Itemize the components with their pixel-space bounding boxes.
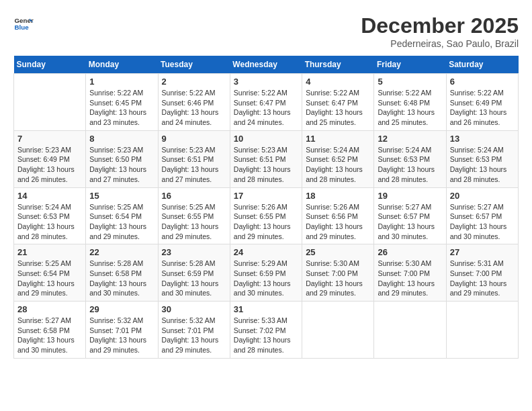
day-info: Sunrise: 5:23 AM Sunset: 6:49 PM Dayligh… [17, 145, 82, 185]
calendar-cell: 17Sunrise: 5:26 AM Sunset: 6:55 PM Dayli… [230, 187, 302, 244]
day-number: 25 [306, 247, 370, 257]
calendar-cell: 20Sunrise: 5:27 AM Sunset: 6:57 PM Dayli… [446, 187, 518, 244]
calendar-cell: 21Sunrise: 5:25 AM Sunset: 6:54 PM Dayli… [14, 244, 86, 302]
calendar-cell: 4Sunrise: 5:22 AM Sunset: 6:47 PM Daylig… [302, 74, 374, 131]
day-number: 23 [162, 247, 226, 257]
calendar-cell: 24Sunrise: 5:29 AM Sunset: 6:59 PM Dayli… [230, 244, 302, 302]
day-number: 9 [162, 134, 226, 144]
calendar-cell: 8Sunrise: 5:23 AM Sunset: 6:50 PM Daylig… [86, 130, 158, 187]
calendar-cell: 19Sunrise: 5:27 AM Sunset: 6:57 PM Dayli… [374, 187, 446, 244]
day-info: Sunrise: 5:25 AM Sunset: 6:55 PM Dayligh… [162, 202, 226, 242]
day-number: 17 [234, 191, 298, 201]
calendar-table: SundayMondayTuesdayWednesdayThursdayFrid… [13, 56, 519, 359]
calendar-cell: 25Sunrise: 5:30 AM Sunset: 7:00 PM Dayli… [302, 244, 374, 302]
day-info: Sunrise: 5:30 AM Sunset: 7:00 PM Dayligh… [306, 259, 370, 298]
day-number: 4 [306, 77, 370, 87]
calendar-cell: 11Sunrise: 5:24 AM Sunset: 6:52 PM Dayli… [302, 130, 374, 187]
calendar-cell [374, 302, 446, 359]
day-info: Sunrise: 5:27 AM Sunset: 6:57 PM Dayligh… [378, 202, 442, 242]
calendar-cell: 28Sunrise: 5:27 AM Sunset: 6:58 PM Dayli… [14, 302, 86, 359]
day-number: 14 [17, 191, 82, 201]
day-number: 20 [450, 191, 515, 201]
calendar-cell: 9Sunrise: 5:23 AM Sunset: 6:51 PM Daylig… [158, 130, 230, 187]
calendar-cell: 1Sunrise: 5:22 AM Sunset: 6:45 PM Daylig… [86, 74, 158, 131]
weekday-header: Tuesday [158, 56, 230, 74]
calendar-row: 7Sunrise: 5:23 AM Sunset: 6:49 PM Daylig… [14, 130, 519, 187]
day-info: Sunrise: 5:28 AM Sunset: 6:59 PM Dayligh… [162, 259, 226, 298]
calendar-row: 28Sunrise: 5:27 AM Sunset: 6:58 PM Dayli… [14, 302, 519, 359]
calendar-cell: 30Sunrise: 5:32 AM Sunset: 7:01 PM Dayli… [158, 302, 230, 359]
day-info: Sunrise: 5:26 AM Sunset: 6:56 PM Dayligh… [306, 202, 370, 242]
day-number: 12 [378, 134, 442, 144]
day-info: Sunrise: 5:33 AM Sunset: 7:02 PM Dayligh… [234, 316, 298, 355]
calendar-cell: 7Sunrise: 5:23 AM Sunset: 6:49 PM Daylig… [14, 130, 86, 187]
weekday-header: Friday [374, 56, 446, 74]
day-info: Sunrise: 5:23 AM Sunset: 6:51 PM Dayligh… [234, 145, 298, 185]
day-info: Sunrise: 5:32 AM Sunset: 7:01 PM Dayligh… [162, 316, 226, 355]
calendar-cell: 31Sunrise: 5:33 AM Sunset: 7:02 PM Dayli… [230, 302, 302, 359]
calendar-row: 21Sunrise: 5:25 AM Sunset: 6:54 PM Dayli… [14, 244, 519, 302]
calendar-cell: 14Sunrise: 5:24 AM Sunset: 6:53 PM Dayli… [14, 187, 86, 244]
month-title: December 2025 [361, 13, 519, 38]
logo: General Blue [13, 13, 34, 34]
logo-icon: General Blue [13, 13, 34, 34]
calendar-cell: 2Sunrise: 5:22 AM Sunset: 6:46 PM Daylig… [158, 74, 230, 131]
location: Pederneiras, Sao Paulo, Brazil [361, 38, 519, 49]
weekday-header: Sunday [14, 56, 86, 74]
calendar-cell: 10Sunrise: 5:23 AM Sunset: 6:51 PM Dayli… [230, 130, 302, 187]
calendar-cell: 15Sunrise: 5:25 AM Sunset: 6:54 PM Dayli… [86, 187, 158, 244]
day-info: Sunrise: 5:22 AM Sunset: 6:47 PM Dayligh… [234, 88, 298, 128]
weekday-header: Saturday [446, 56, 518, 74]
day-number: 22 [89, 247, 154, 257]
day-info: Sunrise: 5:28 AM Sunset: 6:58 PM Dayligh… [89, 259, 154, 298]
day-number: 29 [89, 304, 154, 314]
calendar-cell [446, 302, 518, 359]
day-number: 30 [162, 304, 226, 314]
calendar-cell: 13Sunrise: 5:24 AM Sunset: 6:53 PM Dayli… [446, 130, 518, 187]
calendar-cell: 22Sunrise: 5:28 AM Sunset: 6:58 PM Dayli… [86, 244, 158, 302]
title-block: December 2025 Pederneiras, Sao Paulo, Br… [361, 13, 519, 49]
day-info: Sunrise: 5:27 AM Sunset: 6:58 PM Dayligh… [17, 316, 82, 355]
day-number: 16 [162, 191, 226, 201]
day-info: Sunrise: 5:24 AM Sunset: 6:53 PM Dayligh… [450, 145, 515, 185]
day-number: 13 [450, 134, 515, 144]
day-number: 26 [378, 247, 442, 257]
calendar-cell: 16Sunrise: 5:25 AM Sunset: 6:55 PM Dayli… [158, 187, 230, 244]
weekday-header: Wednesday [230, 56, 302, 74]
day-number: 15 [89, 191, 154, 201]
day-info: Sunrise: 5:22 AM Sunset: 6:47 PM Dayligh… [306, 88, 370, 128]
day-number: 18 [306, 191, 370, 201]
day-info: Sunrise: 5:22 AM Sunset: 6:46 PM Dayligh… [162, 88, 226, 128]
calendar-cell: 5Sunrise: 5:22 AM Sunset: 6:48 PM Daylig… [374, 74, 446, 131]
day-info: Sunrise: 5:25 AM Sunset: 6:54 PM Dayligh… [17, 259, 82, 298]
day-info: Sunrise: 5:27 AM Sunset: 6:57 PM Dayligh… [450, 202, 515, 242]
calendar-row: 14Sunrise: 5:24 AM Sunset: 6:53 PM Dayli… [14, 187, 519, 244]
day-number: 27 [450, 247, 515, 257]
day-number: 3 [234, 77, 298, 87]
day-number: 31 [234, 304, 298, 314]
day-info: Sunrise: 5:31 AM Sunset: 7:00 PM Dayligh… [450, 259, 515, 298]
day-info: Sunrise: 5:23 AM Sunset: 6:51 PM Dayligh… [162, 145, 226, 185]
day-info: Sunrise: 5:25 AM Sunset: 6:54 PM Dayligh… [89, 202, 154, 242]
calendar-row: 1Sunrise: 5:22 AM Sunset: 6:45 PM Daylig… [14, 74, 519, 131]
day-number: 19 [378, 191, 442, 201]
calendar-cell: 6Sunrise: 5:22 AM Sunset: 6:49 PM Daylig… [446, 74, 518, 131]
day-info: Sunrise: 5:29 AM Sunset: 6:59 PM Dayligh… [234, 259, 298, 298]
calendar-cell [302, 302, 374, 359]
calendar-cell: 29Sunrise: 5:32 AM Sunset: 7:01 PM Dayli… [86, 302, 158, 359]
calendar-cell [14, 74, 86, 131]
day-info: Sunrise: 5:30 AM Sunset: 7:00 PM Dayligh… [378, 259, 442, 298]
day-number: 24 [234, 247, 298, 257]
day-info: Sunrise: 5:22 AM Sunset: 6:49 PM Dayligh… [450, 88, 515, 128]
calendar-cell: 12Sunrise: 5:24 AM Sunset: 6:53 PM Dayli… [374, 130, 446, 187]
day-number: 6 [450, 77, 515, 87]
day-number: 1 [89, 77, 154, 87]
day-number: 21 [17, 247, 82, 257]
day-info: Sunrise: 5:22 AM Sunset: 6:45 PM Dayligh… [89, 88, 154, 128]
calendar-cell: 3Sunrise: 5:22 AM Sunset: 6:47 PM Daylig… [230, 74, 302, 131]
calendar-cell: 18Sunrise: 5:26 AM Sunset: 6:56 PM Dayli… [302, 187, 374, 244]
day-info: Sunrise: 5:32 AM Sunset: 7:01 PM Dayligh… [89, 316, 154, 355]
day-info: Sunrise: 5:26 AM Sunset: 6:55 PM Dayligh… [234, 202, 298, 242]
weekday-header: Monday [86, 56, 158, 74]
day-info: Sunrise: 5:24 AM Sunset: 6:53 PM Dayligh… [17, 202, 82, 242]
